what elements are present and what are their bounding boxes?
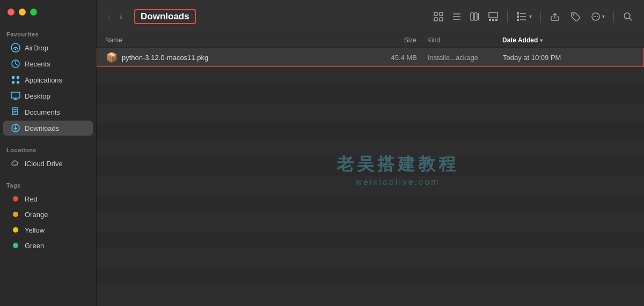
svg-point-37	[597, 16, 598, 17]
more-button[interactable]: ▾	[587, 9, 608, 25]
sidebar-item-label: Documents	[25, 108, 60, 116]
sidebar-item-tag-orange[interactable]: Orange	[3, 207, 93, 222]
sidebar-item-tag-green[interactable]: Green	[3, 238, 93, 253]
airdrop-icon	[11, 43, 20, 53]
sidebar-item-applications[interactable]: Applications	[3, 72, 93, 87]
file-name: python-3.12.0-macos11.pkg	[122, 54, 208, 62]
empty-row	[97, 85, 644, 103]
sidebar-item-label: Recents	[25, 60, 50, 68]
sidebar-item-label: AirDrop	[25, 44, 48, 52]
svg-rect-10	[13, 111, 17, 112]
table-row[interactable]: 📦 python-3.12.0-macos11.pkg 45.4 MB Inst…	[97, 48, 644, 67]
svg-rect-9	[13, 109, 17, 110]
tag-label: Yellow	[25, 226, 45, 234]
icloud-icon	[11, 159, 20, 168]
svg-rect-11	[13, 113, 16, 114]
forward-button[interactable]: ›	[116, 10, 126, 24]
back-button[interactable]: ‹	[104, 10, 114, 24]
tag-yellow-icon	[11, 225, 20, 235]
sidebar-item-desktop[interactable]: Desktop	[3, 88, 93, 103]
search-button[interactable]	[619, 9, 636, 25]
sort-arrow: ▾	[540, 38, 543, 43]
sidebar-item-label: Applications	[25, 76, 62, 84]
svg-point-1	[15, 49, 17, 50]
svg-rect-4	[17, 76, 19, 79]
svg-rect-7	[11, 92, 20, 98]
svg-rect-27	[517, 12, 519, 14]
svg-point-35	[594, 16, 595, 17]
more-chevron: ▾	[602, 13, 605, 19]
window-title: Downloads	[134, 9, 196, 24]
tag-button[interactable]	[567, 9, 584, 25]
empty-row	[97, 249, 644, 267]
sidebar-item-downloads[interactable]: Downloads	[3, 121, 93, 136]
svg-point-33	[573, 14, 574, 16]
empty-row	[97, 122, 644, 140]
svg-rect-20	[471, 13, 473, 20]
maximize-button[interactable]	[30, 9, 37, 16]
documents-icon	[11, 107, 20, 117]
col-date-header[interactable]: Date Added ▾	[502, 36, 635, 44]
sidebar-item-label: Desktop	[25, 92, 50, 100]
main-content: ‹ › Downloads	[97, 0, 644, 306]
empty-row	[97, 176, 644, 195]
file-size: 45.4 MB	[353, 54, 417, 62]
minimize-button[interactable]	[19, 9, 26, 16]
tag-icon	[570, 11, 581, 22]
empty-row	[97, 158, 644, 176]
group-button[interactable]: ▾	[513, 9, 535, 25]
svg-rect-24	[489, 19, 491, 21]
tag-label: Orange	[25, 211, 48, 219]
group-icon	[516, 11, 528, 22]
svg-rect-23	[489, 12, 497, 18]
empty-row	[97, 231, 644, 249]
svg-rect-3	[12, 76, 14, 79]
search-icon	[623, 11, 633, 22]
more-icon	[590, 11, 601, 22]
col-kind-header[interactable]: Kind	[416, 36, 502, 44]
share-button[interactable]	[546, 9, 564, 25]
empty-row	[97, 103, 644, 122]
file-kind: Installe...ackage	[417, 54, 503, 62]
toolbar: ‹ › Downloads	[97, 0, 644, 33]
group-chevron: ▾	[529, 13, 532, 19]
sidebar: Favourites AirDrop Recents	[0, 0, 97, 306]
recents-icon	[11, 59, 20, 69]
columns-view-button[interactable]	[466, 9, 484, 25]
list-view-button[interactable]	[448, 9, 465, 25]
close-button[interactable]	[8, 9, 14, 16]
file-name-cell: 📦 python-3.12.0-macos11.pkg	[106, 51, 353, 63]
empty-row	[97, 267, 644, 286]
toolbar-actions: ▾	[430, 9, 636, 25]
columns-icon	[470, 11, 480, 22]
file-area: Name Size Kind Date Added ▾ 📦 python-3.1…	[97, 33, 644, 306]
gallery-view-button[interactable]	[485, 9, 502, 25]
sidebar-item-tag-yellow[interactable]: Yellow	[3, 222, 93, 237]
tags-label: Tags	[0, 178, 96, 191]
svg-rect-13	[434, 12, 437, 16]
sidebar-item-tag-red[interactable]: Red	[3, 191, 93, 206]
svg-line-39	[630, 18, 632, 20]
svg-rect-15	[434, 18, 437, 21]
svg-rect-21	[474, 13, 477, 20]
file-icon: 📦	[106, 51, 118, 63]
grid-view-button[interactable]	[430, 9, 447, 25]
list-icon	[451, 11, 462, 22]
svg-rect-5	[12, 81, 14, 84]
svg-rect-6	[17, 81, 19, 84]
svg-point-38	[624, 13, 630, 19]
sidebar-item-documents[interactable]: Documents	[3, 105, 93, 120]
tag-green-icon	[11, 241, 20, 250]
tag-red-icon	[11, 194, 20, 204]
col-size-header[interactable]: Size	[352, 36, 416, 44]
sidebar-item-icloud[interactable]: iCloud Drive	[3, 156, 93, 171]
svg-rect-14	[440, 12, 443, 16]
sidebar-item-airdrop[interactable]: AirDrop	[3, 40, 93, 55]
sidebar-item-recents[interactable]: Recents	[3, 56, 93, 71]
svg-rect-26	[495, 19, 497, 21]
column-headers: Name Size Kind Date Added ▾	[97, 33, 644, 48]
share-icon	[550, 11, 560, 22]
col-name-header[interactable]: Name	[105, 36, 352, 44]
tag-orange-icon	[11, 210, 20, 219]
view-buttons	[430, 9, 502, 25]
